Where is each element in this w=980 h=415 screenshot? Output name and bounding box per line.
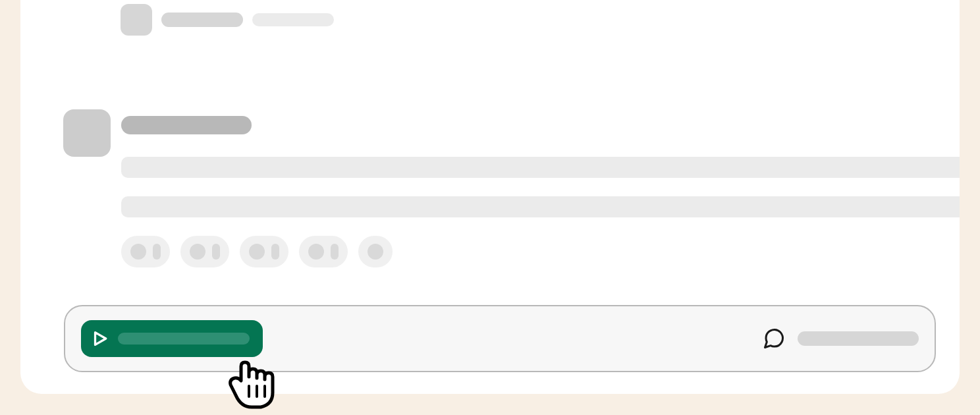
post-author-placeholder xyxy=(121,116,252,134)
avatar xyxy=(121,4,152,36)
reaction-count xyxy=(212,244,220,260)
reaction-count xyxy=(271,244,279,260)
reaction-chip[interactable] xyxy=(121,236,170,267)
reaction-chip[interactable] xyxy=(240,236,288,267)
add-reaction-chip[interactable] xyxy=(358,236,393,267)
reaction-chip[interactable] xyxy=(180,236,229,267)
reactions-row xyxy=(121,236,393,267)
post-body-line xyxy=(121,196,960,217)
emoji-icon xyxy=(249,244,265,260)
emoji-icon xyxy=(130,244,146,260)
avatar xyxy=(63,109,111,157)
thread-reply-row xyxy=(121,4,334,36)
post-body-line xyxy=(121,157,960,178)
play-icon xyxy=(90,329,110,348)
emoji-icon xyxy=(190,244,205,260)
composer-bar xyxy=(64,305,936,372)
run-button[interactable] xyxy=(81,320,263,357)
reaction-count xyxy=(331,244,339,260)
comment-area[interactable] xyxy=(762,327,919,350)
comment-icon xyxy=(762,327,786,350)
emoji-icon xyxy=(368,244,383,260)
content-card xyxy=(20,0,960,394)
emoji-icon xyxy=(308,244,324,260)
reaction-count xyxy=(153,244,161,260)
comment-placeholder xyxy=(798,331,919,346)
reply-meta-placeholder xyxy=(252,13,334,26)
reply-author-placeholder xyxy=(161,13,243,27)
reaction-chip[interactable] xyxy=(299,236,348,267)
run-button-label xyxy=(118,333,250,345)
